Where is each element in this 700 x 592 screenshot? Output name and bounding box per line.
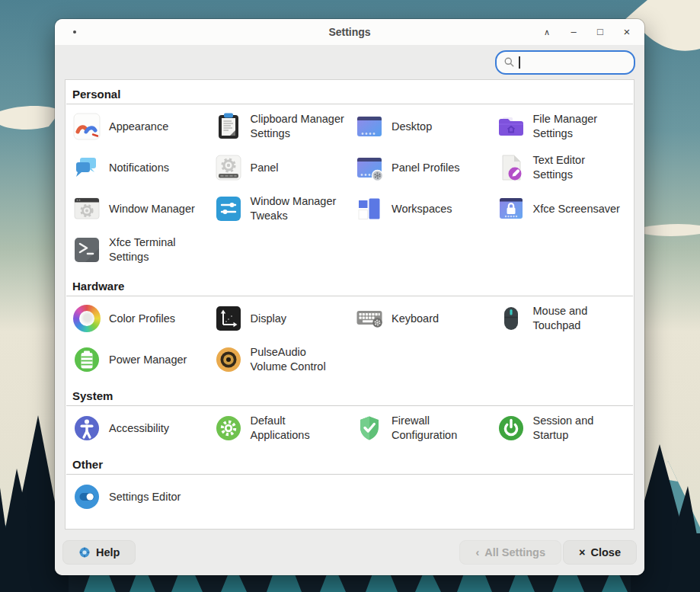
settings-item-xfce-screensaver[interactable]: Xfce Screensaver bbox=[491, 188, 633, 229]
footer-right-buttons: ‹ All Settings × Close bbox=[459, 540, 637, 565]
text-editor-icon bbox=[496, 152, 526, 183]
settings-item-keyboard[interactable]: Keyboard bbox=[350, 298, 491, 339]
close-button[interactable]: × Close bbox=[563, 540, 637, 565]
settings-item-notifications[interactable]: Notifications bbox=[67, 147, 209, 188]
power-manager-icon bbox=[72, 344, 102, 375]
settings-item-text-editor[interactable]: Text Editor Settings bbox=[491, 147, 633, 188]
settings-item-xfce-terminal[interactable]: Xfce Terminal Settings bbox=[67, 229, 209, 270]
panel-icon bbox=[213, 152, 244, 183]
item-label: Appearance bbox=[109, 120, 168, 134]
section-grid-other: Settings Editor bbox=[66, 475, 634, 519]
titlebar[interactable]: Settings ∧ – □ × bbox=[55, 19, 644, 45]
firewall-icon bbox=[354, 413, 385, 443]
item-label: Panel bbox=[251, 161, 279, 175]
item-label: Default Applications bbox=[251, 414, 346, 443]
settings-item-color-profiles[interactable]: Color Profiles bbox=[67, 298, 209, 339]
text-caret bbox=[519, 56, 520, 69]
window-controls: ∧ – □ × bbox=[542, 19, 632, 45]
help-icon bbox=[78, 546, 91, 558]
color-profiles-icon bbox=[72, 303, 102, 334]
item-label: Settings Editor bbox=[109, 490, 181, 504]
keyboard-icon bbox=[354, 303, 385, 334]
item-label: Power Manager bbox=[109, 353, 187, 367]
settings-editor-icon bbox=[72, 482, 102, 512]
item-label: Workspaces bbox=[392, 202, 452, 216]
settings-item-desktop[interactable]: Desktop bbox=[350, 106, 491, 147]
item-label: Panel Profiles bbox=[392, 161, 459, 175]
minimize-button[interactable]: – bbox=[568, 19, 579, 45]
settings-item-power-manager[interactable]: Power Manager bbox=[67, 339, 209, 380]
settings-item-accessibility[interactable]: Accessibility bbox=[67, 408, 209, 449]
panel-profiles-icon bbox=[354, 152, 385, 183]
settings-item-display[interactable]: Display bbox=[209, 298, 350, 339]
item-label: Keyboard bbox=[392, 312, 439, 326]
settings-item-settings-editor[interactable]: Settings Editor bbox=[67, 476, 209, 517]
all-settings-button-label: All Settings bbox=[484, 546, 545, 558]
item-label: Clipboard Manager Settings bbox=[251, 112, 346, 141]
mouse-icon bbox=[496, 303, 526, 334]
back-chevron-icon: ‹ bbox=[475, 546, 479, 558]
accessibility-icon bbox=[72, 413, 102, 443]
settings-item-window-manager[interactable]: Window Manager bbox=[67, 188, 209, 229]
workspaces-icon bbox=[354, 194, 385, 224]
item-label: Xfce Terminal Settings bbox=[109, 235, 204, 264]
settings-item-window-manager-tweaks[interactable]: Window Manager Tweaks bbox=[209, 188, 350, 229]
terminal-icon bbox=[72, 235, 102, 265]
settings-item-clipboard-manager[interactable]: Clipboard Manager Settings bbox=[209, 106, 350, 147]
settings-item-mouse-touchpad[interactable]: Mouse and Touchpad bbox=[491, 298, 633, 339]
settings-item-pulseaudio[interactable]: PulseAudio Volume Control bbox=[209, 339, 350, 380]
item-label: Mouse and Touchpad bbox=[533, 304, 628, 333]
item-label: Session and Startup bbox=[533, 414, 628, 443]
item-label: Accessibility bbox=[109, 421, 169, 436]
screensaver-icon bbox=[496, 194, 526, 224]
close-button-label: Close bbox=[591, 546, 622, 558]
clipboard-icon bbox=[213, 111, 244, 142]
help-button[interactable]: Help bbox=[62, 540, 136, 565]
shade-button[interactable]: ∧ bbox=[542, 19, 552, 45]
settings-item-workspaces[interactable]: Workspaces bbox=[350, 188, 491, 229]
item-label: Xfce Screensaver bbox=[533, 202, 620, 216]
section-title-other: Other bbox=[66, 450, 633, 475]
pulseaudio-icon bbox=[213, 344, 244, 375]
file-manager-icon bbox=[496, 111, 526, 142]
section-title-hardware: Hardware bbox=[66, 272, 633, 296]
item-label: PulseAudio Volume Control bbox=[251, 345, 346, 374]
section-grid-personal: Appearance Clipboard Manager Settings De… bbox=[66, 104, 634, 272]
item-label: Text Editor Settings bbox=[533, 153, 628, 182]
section-title-system: System bbox=[66, 382, 633, 406]
section-title-personal: Personal bbox=[66, 80, 633, 104]
toolbar bbox=[55, 45, 644, 79]
window-manager-icon bbox=[72, 194, 102, 224]
item-label: Desktop bbox=[392, 120, 432, 134]
all-settings-button[interactable]: ‹ All Settings bbox=[459, 540, 561, 565]
item-label: Display bbox=[251, 312, 287, 326]
session-startup-icon bbox=[496, 413, 526, 443]
item-label: Window Manager bbox=[109, 202, 195, 216]
settings-item-panel[interactable]: Panel bbox=[209, 147, 350, 188]
window-menu-icon[interactable] bbox=[73, 30, 76, 34]
close-window-button[interactable]: × bbox=[622, 19, 632, 45]
maximize-button[interactable]: □ bbox=[595, 19, 606, 45]
settings-window: Settings ∧ – □ × Personal Appearance bbox=[55, 19, 644, 575]
search-input[interactable] bbox=[524, 56, 628, 69]
search-icon bbox=[503, 56, 515, 68]
settings-item-session-startup[interactable]: Session and Startup bbox=[491, 408, 633, 449]
help-button-label: Help bbox=[96, 546, 120, 558]
default-applications-icon bbox=[213, 413, 244, 443]
notifications-icon bbox=[72, 152, 102, 183]
settings-item-panel-profiles[interactable]: Panel Profiles bbox=[350, 147, 491, 188]
appearance-icon bbox=[72, 111, 102, 142]
settings-item-default-applications[interactable]: Default Applications bbox=[209, 408, 350, 449]
footer-bar: Help ‹ All Settings × Close bbox=[55, 530, 644, 575]
close-x-icon: × bbox=[579, 546, 585, 558]
settings-item-firewall[interactable]: Firewall Configuration bbox=[350, 408, 491, 449]
item-label: Firewall Configuration bbox=[392, 414, 487, 443]
settings-panel: Personal Appearance Clipboard Manager Se… bbox=[65, 79, 634, 530]
window-manager-tweaks-icon bbox=[213, 194, 244, 224]
desktop-icon bbox=[354, 111, 385, 142]
settings-item-appearance[interactable]: Appearance bbox=[67, 106, 209, 147]
settings-item-file-manager[interactable]: File Manager Settings bbox=[491, 106, 633, 147]
search-box[interactable] bbox=[495, 50, 635, 75]
item-label: Notifications bbox=[109, 161, 169, 175]
section-grid-hardware: Color Profiles Display Keyboard Mouse an… bbox=[66, 296, 634, 382]
